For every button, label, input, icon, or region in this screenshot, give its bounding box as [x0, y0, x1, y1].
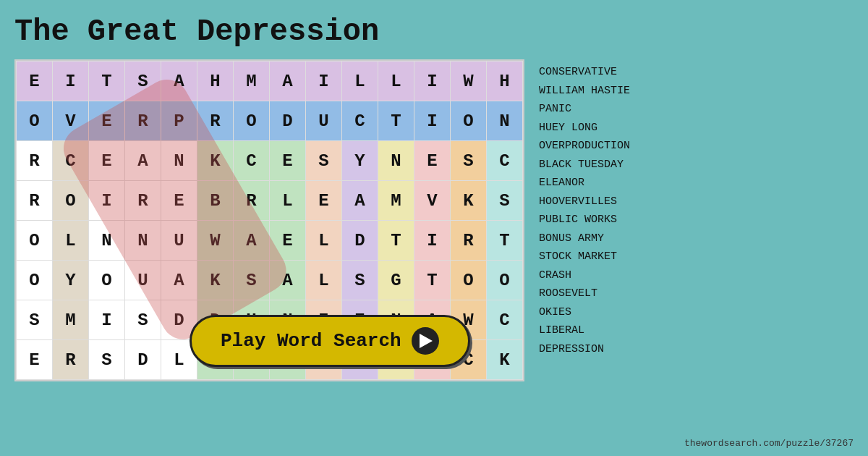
grid-cell: O	[17, 221, 53, 261]
grid-cell: G	[378, 261, 414, 300]
grid-cell: M	[378, 181, 414, 221]
word-list-item: WILLIAM HASTIE	[539, 82, 630, 101]
grid-cell: E	[306, 181, 342, 221]
grid-cell: S	[125, 300, 161, 340]
grid-cell: C	[342, 101, 378, 141]
grid-cell: A	[270, 62, 306, 101]
page-container: The Great Depression EITSAHMAILLIWHOVERP…	[0, 0, 868, 456]
grid-cell: I	[89, 181, 125, 221]
grid-cell: N	[487, 101, 523, 141]
grid-cell: T	[378, 221, 414, 261]
grid-cell: A	[234, 221, 270, 261]
grid-cell: P	[161, 101, 197, 141]
word-list-item: BLACK TUESDAY	[539, 156, 630, 174]
grid-cell: S	[89, 340, 125, 380]
grid-cell: W	[197, 221, 234, 261]
grid-cell: D	[270, 101, 306, 141]
grid-cell: R	[17, 181, 53, 221]
word-list-item: STOCK MARKET	[539, 248, 630, 266]
grid-cell: I	[53, 62, 89, 101]
grid-cell: D	[125, 340, 161, 380]
grid-cell: S	[342, 261, 378, 300]
play-icon	[412, 327, 439, 355]
grid-cell: O	[451, 101, 487, 141]
grid-cell: S	[451, 141, 487, 181]
grid-cell: K	[487, 340, 523, 380]
word-list-item: HOOVERVILLES	[539, 193, 630, 211]
grid-cell: M	[53, 300, 89, 340]
grid-cell: Y	[342, 141, 378, 181]
grid-cell: K	[197, 141, 234, 181]
play-button-container: Play Word Search	[190, 315, 470, 367]
grid-cell: S	[487, 181, 523, 221]
grid-cell: B	[197, 181, 234, 221]
grid-cell: T	[89, 62, 125, 101]
grid-cell: D	[342, 221, 378, 261]
grid-cell: E	[414, 141, 451, 181]
grid-cell: H	[487, 62, 523, 101]
grid-cell: A	[270, 261, 306, 300]
grid-cell: I	[414, 62, 451, 101]
grid-cell: C	[487, 141, 523, 181]
grid-cell: V	[414, 181, 451, 221]
word-list-item: PUBLIC WORKS	[539, 211, 630, 229]
word-list-item: ELEANOR	[539, 174, 630, 193]
grid-cell: E	[161, 181, 197, 221]
grid-cell: E	[89, 101, 125, 141]
grid-cell: E	[17, 62, 53, 101]
grid-cell: S	[306, 141, 342, 181]
grid-cell: K	[451, 181, 487, 221]
grid-cell: C	[487, 300, 523, 340]
grid-cell: O	[17, 101, 53, 141]
grid-cell: L	[306, 261, 342, 300]
grid-cell: L	[270, 181, 306, 221]
grid-cell: O	[53, 181, 89, 221]
grid-cell: E	[270, 141, 306, 181]
grid-cell: S	[234, 261, 270, 300]
word-list-item: CONSERVATIVE	[539, 63, 630, 82]
word-list-item: OKIES	[539, 303, 630, 322]
grid-cell: T	[487, 221, 523, 261]
grid-cell: I	[414, 101, 451, 141]
grid-cell: W	[451, 62, 487, 101]
grid-cell: R	[451, 221, 487, 261]
grid-cell: R	[53, 340, 89, 380]
play-word-search-button[interactable]: Play Word Search	[190, 315, 470, 367]
word-list-item: DEPRESSION	[539, 340, 630, 359]
grid-cell: H	[197, 62, 234, 101]
grid-cell: M	[234, 62, 270, 101]
grid-cell: C	[234, 141, 270, 181]
word-list-item: CRASH	[539, 266, 630, 285]
grid-cell: S	[125, 62, 161, 101]
grid-cell: U	[161, 221, 197, 261]
grid-cell: A	[161, 62, 197, 101]
grid-cell: N	[89, 221, 125, 261]
word-list-item: ROOSEVELT	[539, 284, 630, 303]
grid-cell: U	[306, 101, 342, 141]
grid-cell: O	[451, 261, 487, 300]
grid-cell: L	[306, 221, 342, 261]
grid-cell: R	[234, 181, 270, 221]
grid-cell: I	[306, 62, 342, 101]
grid-cell: E	[270, 221, 306, 261]
grid-cell: C	[53, 141, 89, 181]
grid-cell: R	[125, 181, 161, 221]
grid-cell: N	[125, 221, 161, 261]
grid-cell: L	[378, 62, 414, 101]
website-url: thewordsearch.com/puzzle/37267	[684, 438, 854, 449]
word-list-item: OVERPRODUCTION	[539, 137, 630, 156]
grid-cell: K	[197, 261, 234, 300]
grid-cell: U	[125, 261, 161, 300]
grid-cell: I	[89, 300, 125, 340]
grid-cell: E	[89, 141, 125, 181]
word-list-item: HUEY LONG	[539, 119, 630, 138]
grid-cell: A	[125, 141, 161, 181]
grid-cell: I	[414, 221, 451, 261]
word-list-item: LIBERAL	[539, 321, 630, 340]
word-list: CONSERVATIVEWILLIAM HASTIEPANICHUEY LONG…	[539, 59, 630, 358]
content-area: EITSAHMAILLIWHOVERPRODUCTIONRCEANKCESYNE…	[14, 59, 854, 381]
grid-cell: S	[17, 300, 53, 340]
grid-cell: E	[17, 340, 53, 380]
grid-cell: N	[161, 141, 197, 181]
grid-cell: N	[378, 141, 414, 181]
